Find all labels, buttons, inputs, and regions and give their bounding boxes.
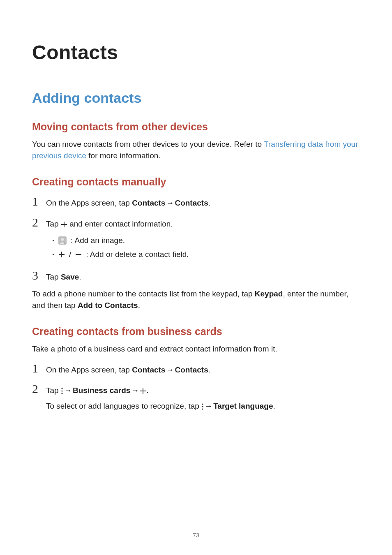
minus-icon	[75, 251, 82, 258]
step-text: On the Apps screen, tap	[46, 199, 132, 207]
sub1-text-after: for more information.	[86, 151, 161, 160]
save-label: Save	[61, 273, 79, 281]
plus-icon	[61, 221, 67, 228]
svg-point-8	[61, 391, 62, 392]
section-heading: Adding contacts	[32, 90, 360, 106]
step-text: Tap	[46, 386, 61, 395]
svg-point-3	[61, 238, 64, 241]
bullet-text: : Add an image.	[71, 234, 125, 247]
sub2-step2: 2 Tap and enter contact information. : A…	[32, 216, 360, 262]
step-number: 1	[32, 195, 40, 208]
contacts-label: Contacts	[132, 199, 165, 207]
arrow-icon: →	[165, 364, 175, 376]
arrow-icon: →	[63, 385, 73, 396]
step-text: and enter contact information.	[67, 220, 173, 228]
contacts-label: Contacts	[132, 365, 165, 374]
page-title: Contacts	[32, 41, 360, 64]
svg-point-13	[202, 406, 203, 407]
step-text: .	[146, 386, 148, 395]
plus-icon	[140, 388, 146, 394]
add-to-contacts-label: Add to Contacts	[78, 301, 138, 310]
arrow-icon: →	[204, 400, 213, 412]
bullet-text: : Add or delete a contact field.	[86, 247, 189, 261]
target-language-label: Target language	[213, 402, 273, 410]
avatar-icon	[58, 236, 67, 245]
contacts-label: Contacts	[175, 365, 208, 374]
svg-point-14	[202, 408, 203, 409]
subsection-moving: Moving contacts from other devices	[32, 121, 360, 133]
contacts-label: Contacts	[175, 199, 208, 207]
step-text: .	[79, 273, 81, 281]
subsection-manual: Creating contacts manually	[32, 176, 360, 188]
svg-point-12	[202, 403, 203, 405]
step-text: Tap	[46, 220, 61, 228]
step-text: .	[208, 365, 210, 374]
text: .	[138, 301, 140, 310]
step-number: 2	[32, 383, 40, 395]
sub-text: .	[273, 402, 275, 410]
sub3-intro: Take a photo of a business card and extr…	[32, 343, 360, 355]
svg-point-9	[61, 393, 62, 394]
sub-text: To select or add languages to recognize,…	[46, 402, 201, 410]
step-text: .	[208, 199, 210, 207]
sub2-after-paragraph: To add a phone number to the contacts li…	[32, 288, 360, 311]
plus-icon	[58, 251, 65, 258]
keypad-label: Keypad	[255, 289, 283, 298]
business-cards-label: Business cards	[73, 386, 130, 395]
sub3-step2: 2 Tap → Business cards → . To select or …	[32, 383, 360, 412]
sub3-step1: 1 On the Apps screen, tap Contacts → Con…	[32, 362, 360, 376]
sub2-step3: 3 Tap Save.	[32, 269, 360, 283]
bullet-add-delete-field: / : Add or delete a contact field.	[53, 247, 360, 261]
step-text: On the Apps screen, tap	[46, 365, 132, 374]
step-number: 1	[32, 362, 40, 375]
arrow-icon: →	[130, 385, 140, 396]
svg-point-7	[61, 388, 62, 389]
arrow-icon: →	[165, 197, 175, 209]
sub1-text-before: You can move contacts from other devices…	[32, 140, 264, 148]
text: To add a phone number to the contacts li…	[32, 289, 255, 298]
bullet-dot-icon	[53, 254, 54, 255]
sub1-paragraph: You can move contacts from other devices…	[32, 139, 360, 161]
bullet-dot-icon	[53, 240, 54, 241]
slash-text: /	[69, 247, 71, 261]
step-number: 2	[32, 216, 40, 229]
subsection-business-cards: Creating contacts from business cards	[32, 326, 360, 338]
sub2-step1: 1 On the Apps screen, tap Contacts → Con…	[32, 195, 360, 209]
page-number: 73	[0, 532, 392, 539]
step-text: Tap	[46, 273, 61, 281]
bullet-add-image: : Add an image.	[53, 234, 360, 247]
step-number: 3	[32, 269, 40, 282]
